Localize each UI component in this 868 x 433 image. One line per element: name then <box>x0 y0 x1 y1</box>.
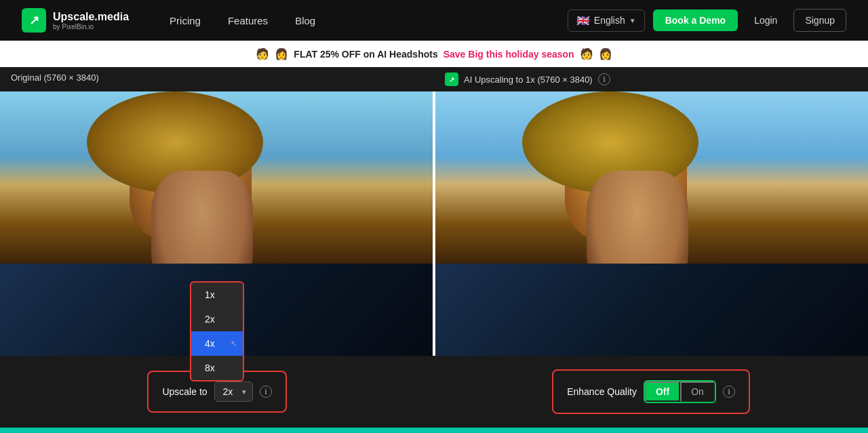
upscale-select[interactable]: 2x <box>214 382 253 402</box>
book-demo-button[interactable]: Book a Demo <box>653 9 738 31</box>
upscale-dropdown-popup[interactable]: 1x 2x 4x ↖ 8x <box>190 281 244 382</box>
right-panel <box>435 91 868 356</box>
right-panel-label: ↗ AI Upscaling to 1x (5760 × 3840) ℹ <box>434 67 868 91</box>
panel-divider <box>433 91 435 356</box>
enhance-box: Enhance Quality Off On ℹ <box>552 369 750 414</box>
header: ↗ Upscale.media by PixelBin.io Pricing F… <box>0 0 868 41</box>
upscale-control: 1x 2x 4x ↖ 8x Upscale to 2x ▼ ℹ <box>0 356 434 428</box>
promo-banner: 🧑 👩 FLAT 25% OFF on AI Headshots Save Bi… <box>0 41 868 67</box>
upscale-label: Upscale to <box>162 386 207 397</box>
logo[interactable]: ↗ Upscale.media by PixelBin.io <box>22 8 129 33</box>
upscale-dropdown[interactable]: 2x ▼ <box>214 382 253 402</box>
enhance-control: Enhance Quality Off On ℹ <box>434 356 868 428</box>
language-button[interactable]: 🇬🇧 English ▼ <box>568 9 645 32</box>
logo-text: Upscale.media by PixelBin.io <box>53 10 129 30</box>
upscaled-image <box>435 91 868 356</box>
cursor-icon: ↖ <box>231 339 237 348</box>
enhance-toggle[interactable]: Off On <box>644 380 716 403</box>
controls-bar: 1x 2x 4x ↖ 8x Upscale to 2x ▼ ℹ <box>0 356 868 428</box>
image-comparison <box>0 91 868 356</box>
right-panel-info-icon[interactable]: ℹ <box>598 73 610 85</box>
toggle-off-button[interactable]: Off <box>645 382 680 402</box>
option-4x[interactable]: 4x ↖ <box>191 331 243 356</box>
left-panel-label: Original (5760 × 3840) <box>0 67 434 91</box>
upscale-info-icon[interactable]: ℹ <box>260 386 272 398</box>
option-1x[interactable]: 1x <box>191 283 243 307</box>
enhance-label: Enhance Quality <box>567 386 637 397</box>
promo-icon-2: 👩 <box>275 47 288 60</box>
upscale-box: 1x 2x 4x ↖ 8x Upscale to 2x ▼ ℹ <box>147 371 286 413</box>
promo-link[interactable]: Save Big this holiday season <box>443 49 574 60</box>
nav: Pricing Features Blog <box>170 15 568 26</box>
language-label: English <box>594 15 625 26</box>
comparison-section: Original (5760 × 3840) ↗ AI Upscaling to… <box>0 67 868 428</box>
promo-icon-4: 👩 <box>599 47 612 60</box>
promo-icon-3: 🧑 <box>580 47 593 60</box>
nav-right: 🇬🇧 English ▼ Book a Demo Login Signup <box>568 9 846 32</box>
nav-features[interactable]: Features <box>228 15 268 26</box>
ai-icon: ↗ <box>445 73 458 86</box>
option-2x[interactable]: 2x <box>191 307 243 331</box>
promo-text: FLAT 25% OFF on AI Headshots <box>294 49 437 60</box>
logo-name: Upscale.media <box>53 10 129 23</box>
option-8x[interactable]: 8x <box>191 356 243 380</box>
chevron-down-icon: ▼ <box>629 17 636 24</box>
bottom-bar: 🎿 Snow Excuses – Time to Save Up to 70%!… <box>0 428 868 433</box>
flag-icon: 🇬🇧 <box>576 14 590 27</box>
toggle-on-button[interactable]: On <box>680 382 715 402</box>
logo-sub: by PixelBin.io <box>53 23 129 30</box>
enhance-info-icon[interactable]: ℹ <box>723 386 735 398</box>
logo-icon: ↗ <box>22 8 46 33</box>
panel-labels: Original (5760 × 3840) ↗ AI Upscaling to… <box>0 67 868 91</box>
login-button[interactable]: Login <box>746 9 785 31</box>
promo-icon-1: 🧑 <box>256 47 269 60</box>
nav-blog[interactable]: Blog <box>295 15 315 26</box>
signup-button[interactable]: Signup <box>793 9 846 32</box>
nav-pricing[interactable]: Pricing <box>170 15 201 26</box>
